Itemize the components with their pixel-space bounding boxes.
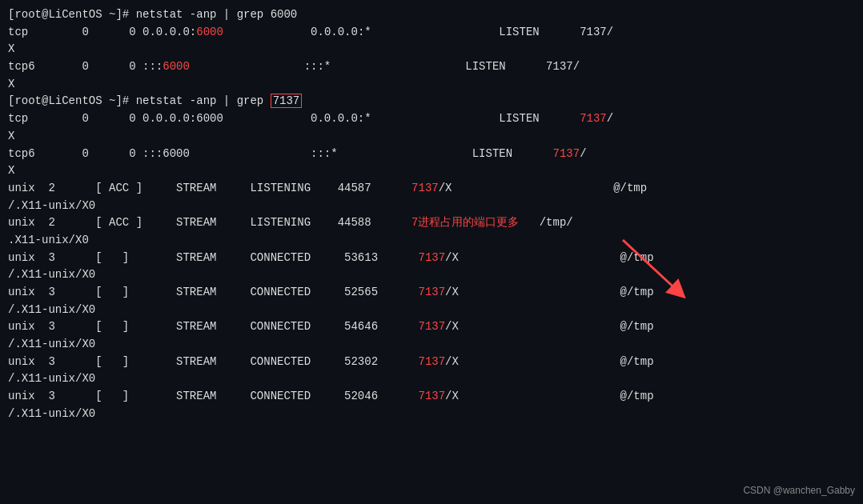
text: /X @/tmp bbox=[445, 251, 653, 264]
line-12: /.X11-unix/X0 bbox=[8, 198, 855, 215]
grep-7137-boxed: 7137 bbox=[271, 94, 303, 108]
text: X bbox=[8, 130, 14, 142]
text: unix 3 [ ] STREAM CONNECTED 54646 bbox=[8, 320, 418, 333]
text: /.X11-unix/X0 bbox=[8, 268, 95, 281]
text: /.X11-unix/X0 bbox=[8, 303, 95, 316]
text: 0.0.0.0:* LISTEN 7137/ bbox=[223, 26, 613, 38]
pid-7137-c1: 7137 bbox=[418, 251, 445, 264]
line-18: /.X11-unix/X0 bbox=[8, 302, 855, 319]
line-22: /.X11-unix/X0 bbox=[8, 370, 855, 388]
line-6: [root@LiCentOS ~]# netstat -anp | grep 7… bbox=[8, 93, 855, 110]
line-10: X bbox=[8, 162, 855, 180]
text: /tmp/ bbox=[520, 216, 573, 229]
text: tcp 0 0 0.0.0.0: bbox=[8, 26, 196, 38]
line-21: unix 3 [ ] STREAM CONNECTED 52302 7137/X… bbox=[8, 354, 855, 371]
pid-7137: 7137 bbox=[580, 112, 607, 125]
text: X bbox=[8, 42, 14, 55]
text: /.X11-unix/X0 bbox=[8, 372, 95, 385]
text: unix 2 [ ACC ] STREAM LISTENING 44587 bbox=[8, 182, 411, 194]
text: /.X11-unix/X0 bbox=[8, 338, 95, 350]
line-1: [root@LiCentOS ~]# netstat -anp | grep 6… bbox=[8, 6, 855, 24]
text: X bbox=[8, 164, 14, 177]
text: tcp6 0 0 ::: bbox=[8, 60, 163, 73]
text: /.X11-unix/X0 bbox=[8, 407, 95, 420]
text: X bbox=[8, 78, 14, 90]
terminal: [root@LiCentOS ~]# netstat -anp | grep 6… bbox=[0, 0, 863, 504]
text: /X @/tmp bbox=[445, 390, 653, 402]
text: / bbox=[580, 147, 586, 160]
line-15: unix 3 [ ] STREAM CONNECTED 53613 7137/X… bbox=[8, 250, 855, 267]
line-13: unix 2 [ ACC ] STREAM LISTENING 44588 7进… bbox=[8, 214, 855, 232]
line-24: /.X11-unix/X0 bbox=[8, 406, 855, 423]
pid-7137-ipv6: 7137 bbox=[553, 147, 580, 160]
text: unix 3 [ ] STREAM CONNECTED 53613 bbox=[8, 251, 418, 264]
line-9: tcp6 0 0 :::6000 :::* LISTEN 7137/ bbox=[8, 146, 855, 163]
text: unix 3 [ ] STREAM CONNECTED 52302 bbox=[8, 355, 418, 368]
port-6000-ipv6: 6000 bbox=[163, 60, 190, 73]
text: /X @/tmp bbox=[445, 320, 653, 333]
text: :::* LISTEN 7137/ bbox=[190, 60, 580, 73]
text: [root@LiCentOS ~]# netstat -anp | grep 6… bbox=[8, 8, 297, 21]
pid-7137-c2: 7137 bbox=[418, 286, 445, 298]
line-7: tcp 0 0 0.0.0.0:6000 0.0.0.0:* LISTEN 71… bbox=[8, 110, 855, 128]
text: tcp6 0 0 :::6000 :::* LISTEN bbox=[8, 147, 553, 160]
port-6000: 6000 bbox=[196, 26, 223, 38]
line-4: tcp6 0 0 :::6000 :::* LISTEN 7137/ bbox=[8, 58, 855, 76]
text: [root@LiCentOS ~]# netstat -anp | grep bbox=[8, 94, 271, 107]
text: / bbox=[607, 112, 613, 125]
text: /X @/tmp bbox=[439, 182, 647, 194]
annotation-text: 7进程占用的端口更多 bbox=[411, 216, 519, 229]
text: /.X11-unix/X0 bbox=[8, 199, 95, 212]
text: unix 3 [ ] STREAM CONNECTED 52046 bbox=[8, 390, 418, 402]
text: unix 3 [ ] STREAM CONNECTED 52565 bbox=[8, 286, 418, 298]
line-17: unix 3 [ ] STREAM CONNECTED 52565 7137/X… bbox=[8, 284, 855, 302]
pid-7137-c4: 7137 bbox=[418, 355, 445, 368]
pid-7137-unix1: 7137 bbox=[411, 182, 439, 194]
line-2: tcp 0 0 0.0.0.0:6000 0.0.0.0:* LISTEN 71… bbox=[8, 24, 855, 42]
line-11: unix 2 [ ACC ] STREAM LISTENING 44587 71… bbox=[8, 180, 855, 198]
text: /X @/tmp bbox=[445, 286, 653, 298]
line-20: /.X11-unix/X0 bbox=[8, 336, 855, 354]
line-8: X bbox=[8, 128, 855, 146]
line-23: unix 3 [ ] STREAM CONNECTED 52046 7137/X… bbox=[8, 388, 855, 406]
text: .X11-unix/X0 bbox=[8, 234, 89, 246]
line-19: unix 3 [ ] STREAM CONNECTED 54646 7137/X… bbox=[8, 318, 855, 336]
text: tcp 0 0 0.0.0.0:6000 0.0.0.0:* LISTEN bbox=[8, 112, 580, 125]
line-5: X bbox=[8, 76, 855, 94]
line-14: .X11-unix/X0 bbox=[8, 232, 855, 250]
csdn-watermark: CSDN @wanchen_Gabby bbox=[743, 485, 855, 496]
line-3: X bbox=[8, 41, 855, 58]
pid-7137-c3: 7137 bbox=[418, 320, 445, 333]
text: /X @/tmp bbox=[445, 355, 653, 368]
pid-7137-c5: 7137 bbox=[418, 390, 445, 402]
text: unix 2 [ ACC ] STREAM LISTENING 44588 bbox=[8, 216, 411, 229]
line-16: /.X11-unix/X0 bbox=[8, 266, 855, 284]
